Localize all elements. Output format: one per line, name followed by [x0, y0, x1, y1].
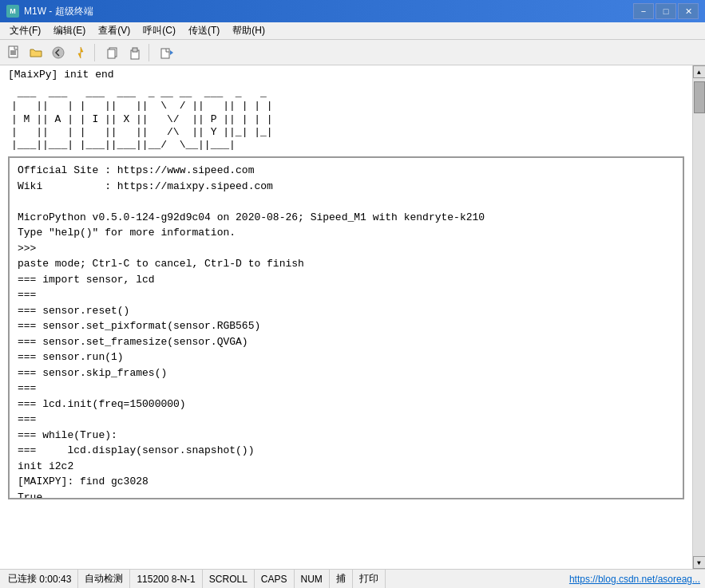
- svg-rect-0: [9, 46, 18, 57]
- menu-bar: 文件(F) 编辑(E) 查看(V) 呼叫(C) 传送(T) 帮助(H): [0, 22, 705, 40]
- print-status: 打印: [353, 570, 386, 588]
- properties-button[interactable]: [70, 42, 91, 63]
- baud-status: 115200 8-N-1: [130, 570, 202, 588]
- detection-status: 自动检测: [78, 570, 130, 588]
- caps-status: CAPS: [255, 570, 295, 588]
- link-status[interactable]: https://blog.csdn.net/asoreag...: [569, 574, 700, 585]
- menu-transfer[interactable]: 传送(T): [182, 22, 226, 39]
- svg-marker-11: [170, 50, 173, 55]
- scroll-status: SCROLL: [203, 570, 255, 588]
- main-area: [MaixPy] init end ___ ___ ___ ___ _ __ _…: [0, 65, 705, 569]
- menu-file[interactable]: 文件(F): [3, 22, 47, 39]
- status-bar: 已连接 0:00:43 自动检测 115200 8-N-1 SCROLL CAP…: [0, 569, 705, 588]
- ascii-art-banner: ___ ___ ___ ___ _ __ __ ___ _ _ | || | |…: [0, 82, 692, 153]
- title-bar: M M1W - 超级终端 − □ ✕: [0, 0, 705, 22]
- window-title: M1W - 超级终端: [24, 5, 93, 18]
- back-button[interactable]: [48, 42, 69, 63]
- scrollbar-thumb[interactable]: [694, 81, 705, 113]
- paste-button[interactable]: [125, 42, 145, 63]
- toolbar-separator-1: [94, 44, 99, 61]
- svg-point-4: [53, 47, 64, 58]
- main-scrollbar[interactable]: ▲ ▼: [692, 65, 705, 569]
- close-button[interactable]: ✕: [678, 3, 699, 19]
- send-file-button[interactable]: [156, 42, 177, 63]
- svg-rect-7: [108, 49, 115, 58]
- menu-view[interactable]: 查看(V): [92, 22, 137, 39]
- terminal-output[interactable]: Official Site : https://www.sipeed.com W…: [8, 156, 684, 499]
- minimize-button[interactable]: −: [633, 3, 654, 19]
- toolbar-separator-2: [149, 44, 153, 61]
- copy-button[interactable]: [102, 42, 123, 63]
- new-document-button[interactable]: [3, 42, 24, 63]
- scrollbar-track[interactable]: [693, 78, 705, 556]
- app-icon: M: [6, 5, 19, 18]
- scroll-up-button[interactable]: ▲: [693, 65, 706, 78]
- init-text: [MaixPy] init end: [0, 65, 692, 82]
- toolbar: [0, 40, 705, 65]
- connection-status: 已连接 0:00:43: [5, 570, 78, 588]
- svg-rect-9: [133, 48, 137, 52]
- scroll-down-button[interactable]: ▼: [693, 556, 706, 569]
- terminal-window[interactable]: [MaixPy] init end ___ ___ ___ ___ _ __ _…: [0, 65, 692, 569]
- menu-call[interactable]: 呼叫(C): [137, 22, 182, 39]
- menu-help[interactable]: 帮助(H): [226, 22, 271, 39]
- restore-button[interactable]: □: [655, 3, 676, 19]
- svg-rect-10: [161, 49, 169, 58]
- capture-status: 捕: [330, 570, 353, 588]
- num-status: NUM: [295, 570, 330, 588]
- menu-edit[interactable]: 编辑(E): [47, 22, 92, 39]
- open-folder-button[interactable]: [26, 42, 46, 63]
- svg-marker-5: [78, 47, 83, 58]
